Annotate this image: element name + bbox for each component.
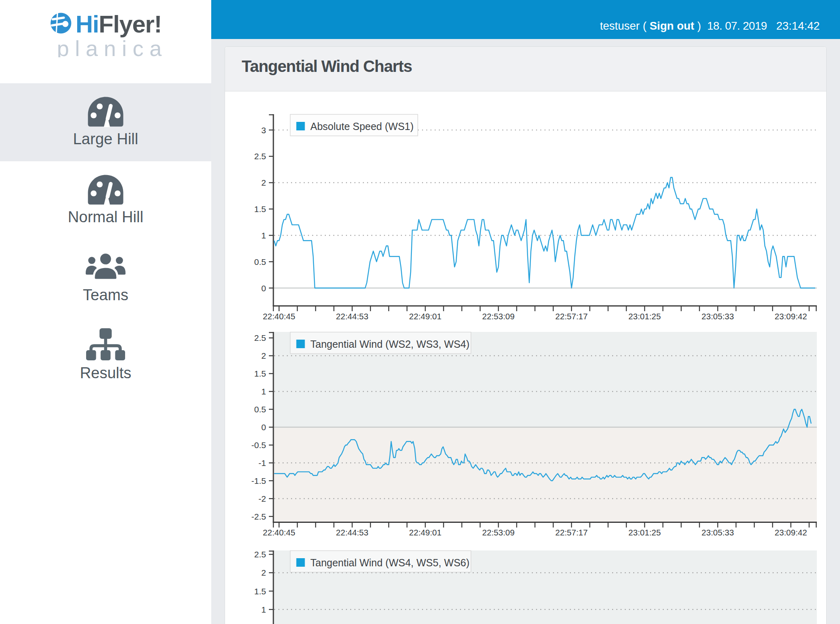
svg-text:0.5: 0.5 bbox=[254, 405, 266, 414]
svg-text:-0.5: -0.5 bbox=[251, 440, 266, 450]
svg-text:0: 0 bbox=[261, 284, 266, 293]
svg-text:23:09:42: 23:09:42 bbox=[775, 312, 807, 321]
svg-text:-2: -2 bbox=[258, 494, 266, 503]
svg-text:22:40:45: 22:40:45 bbox=[263, 312, 295, 321]
svg-text:22:53:09: 22:53:09 bbox=[482, 528, 515, 537]
svg-text:1.5: 1.5 bbox=[254, 204, 266, 214]
svg-text:2: 2 bbox=[261, 568, 266, 577]
svg-text:-2.5: -2.5 bbox=[251, 512, 266, 521]
svg-text:22:49:01: 22:49:01 bbox=[409, 528, 442, 537]
svg-text:2: 2 bbox=[261, 178, 266, 187]
svg-text:1: 1 bbox=[261, 605, 266, 614]
svg-text:2.5: 2.5 bbox=[254, 152, 266, 161]
svg-text:22:57:17: 22:57:17 bbox=[555, 528, 588, 537]
svg-text:22:44:53: 22:44:53 bbox=[336, 312, 368, 321]
svg-text:-1: -1 bbox=[258, 458, 266, 468]
svg-text:Tangential Wind (WS4, WS5, WS6: Tangential Wind (WS4, WS5, WS6) bbox=[310, 557, 470, 568]
svg-text:1.5: 1.5 bbox=[254, 587, 266, 596]
svg-text:1: 1 bbox=[261, 387, 266, 396]
svg-text:22:53:09: 22:53:09 bbox=[482, 312, 515, 321]
svg-text:2.5: 2.5 bbox=[254, 550, 266, 559]
svg-text:2: 2 bbox=[261, 351, 266, 360]
svg-text:0.5: 0.5 bbox=[254, 257, 266, 266]
svg-text:22:57:17: 22:57:17 bbox=[555, 312, 588, 321]
svg-text:1.5: 1.5 bbox=[254, 369, 266, 378]
svg-text:22:44:53: 22:44:53 bbox=[336, 528, 368, 537]
svg-text:HiFlyer!: HiFlyer! bbox=[76, 11, 162, 38]
svg-text:Absolute Speed (WS1): Absolute Speed (WS1) bbox=[310, 121, 414, 132]
svg-text:Tangential Wind (WS2, WS3, WS4: Tangential Wind (WS2, WS3, WS4) bbox=[310, 338, 470, 350]
svg-text:0: 0 bbox=[261, 422, 266, 432]
svg-text:planica: planica bbox=[57, 36, 165, 58]
svg-text:23:01:25: 23:01:25 bbox=[628, 312, 661, 321]
svg-text:2.5: 2.5 bbox=[254, 333, 266, 342]
svg-text:23:09:42: 23:09:42 bbox=[775, 528, 807, 537]
svg-text:23:05:33: 23:05:33 bbox=[701, 528, 734, 537]
svg-text:22:49:01: 22:49:01 bbox=[409, 312, 442, 321]
svg-text:23:05:33: 23:05:33 bbox=[701, 312, 734, 321]
svg-text:22:40:45: 22:40:45 bbox=[263, 528, 295, 537]
svg-text:23:01:25: 23:01:25 bbox=[628, 528, 661, 537]
svg-text:-1.5: -1.5 bbox=[251, 476, 266, 485]
svg-text:3: 3 bbox=[261, 126, 266, 135]
svg-text:1: 1 bbox=[261, 231, 266, 240]
